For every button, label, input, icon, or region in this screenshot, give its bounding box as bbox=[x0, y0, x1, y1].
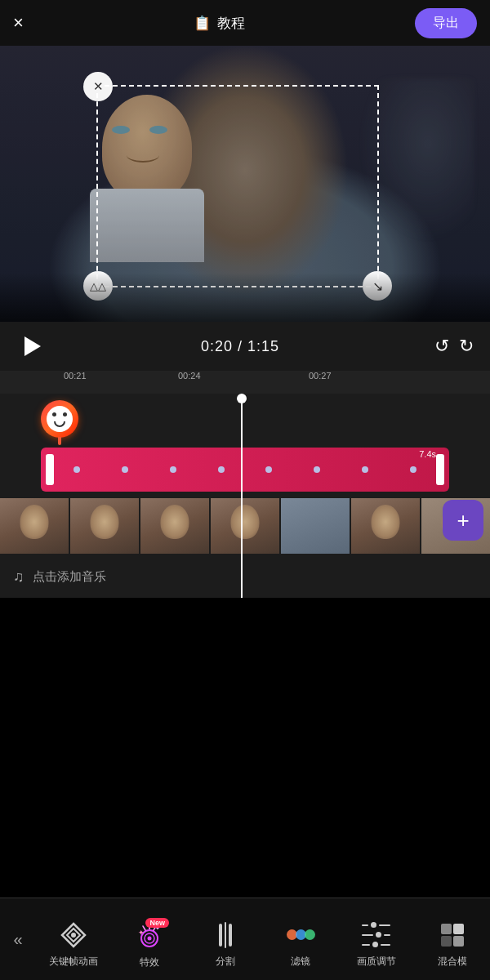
ruler-marks: 00:21 00:24 00:27 bbox=[7, 371, 483, 394]
project-title: 教程 bbox=[217, 14, 245, 33]
thumbnail-2 bbox=[70, 498, 139, 554]
filmstrip bbox=[0, 498, 490, 554]
effects-new-badge: New bbox=[145, 918, 169, 928]
adj-dot bbox=[372, 942, 378, 947]
add-music-bar[interactable]: ♫ 点击添加音乐 bbox=[0, 562, 490, 591]
blend-grid bbox=[441, 924, 464, 947]
keyframe-label: 关键帧动画 bbox=[49, 955, 98, 969]
split-bar-left bbox=[219, 924, 222, 947]
keyframe-icon bbox=[59, 920, 88, 950]
add-icon: + bbox=[457, 510, 469, 531]
adj-line-seg bbox=[362, 924, 368, 926]
split-center-line bbox=[225, 922, 226, 948]
undo-button[interactable]: ↺ bbox=[434, 336, 449, 357]
timer-eye-right bbox=[63, 412, 67, 416]
chevron-left-icon: « bbox=[13, 930, 22, 949]
adjust-line-1 bbox=[362, 922, 390, 928]
adjust-line-2 bbox=[362, 932, 390, 938]
toolbar-item-filter[interactable]: 滤镜 bbox=[276, 911, 325, 969]
film-frame-6[interactable] bbox=[351, 498, 420, 554]
split-bar-right bbox=[229, 924, 232, 947]
clip-dot bbox=[170, 466, 176, 473]
collapse-button[interactable]: « bbox=[0, 898, 36, 980]
play-button[interactable] bbox=[16, 332, 46, 361]
adjust-icon bbox=[362, 920, 391, 950]
toolbar-item-keyframe[interactable]: 关键帧动画 bbox=[49, 911, 98, 969]
filter-label: 滤镜 bbox=[291, 955, 310, 969]
keyframe-marker[interactable] bbox=[41, 400, 82, 441]
close-button[interactable]: × bbox=[13, 14, 24, 32]
toolbar-item-adjust[interactable]: 画质调节 bbox=[352, 911, 401, 969]
playhead-indicator bbox=[237, 394, 247, 403]
clip-dots bbox=[54, 466, 436, 473]
svg-point-2 bbox=[71, 933, 76, 938]
playhead[interactable] bbox=[241, 394, 243, 598]
clip-dot bbox=[362, 466, 368, 473]
thumbnail-1 bbox=[0, 498, 69, 554]
filter-icon bbox=[286, 920, 315, 950]
thumbnail-6 bbox=[351, 498, 420, 554]
adjust-sliders bbox=[360, 920, 392, 949]
play-icon bbox=[24, 336, 41, 356]
svg-point-8 bbox=[147, 936, 151, 940]
clip-dot bbox=[122, 466, 128, 473]
undo-redo-group: ↺ ↻ bbox=[434, 336, 474, 357]
redo-button[interactable]: ↻ bbox=[459, 336, 474, 357]
add-clip-button[interactable]: + bbox=[443, 500, 483, 541]
ruler-mark-27: 00:27 bbox=[309, 371, 332, 381]
effects-label: 特效 bbox=[140, 956, 159, 969]
toolbar-item-effects[interactable]: New ✦ ✦ 特效 bbox=[125, 910, 174, 969]
clip-dot bbox=[265, 466, 272, 473]
toolbar-items: 关键帧动画 New ✦ ✦ 特效 bbox=[36, 898, 490, 980]
clip-duration: 7.4s bbox=[419, 449, 436, 459]
split-label: 分割 bbox=[216, 955, 235, 969]
thumbnail-5 bbox=[281, 498, 350, 554]
bottom-toolbar: « 关键帧动画 New bbox=[0, 898, 490, 980]
adj-line-seg bbox=[379, 924, 390, 926]
timer-face bbox=[47, 406, 73, 432]
total-time: 1:15 bbox=[247, 338, 279, 354]
adj-dot bbox=[376, 932, 381, 938]
effects-icon-container: New ✦ ✦ bbox=[133, 920, 166, 951]
current-time: 0:20 bbox=[201, 338, 233, 354]
clip-handle-left[interactable] bbox=[46, 454, 54, 485]
toolbar-item-split[interactable]: 分割 bbox=[201, 911, 250, 969]
timeline-area[interactable]: 7.4s + ♫ 点击添加音乐 bbox=[0, 394, 490, 598]
adjust-line-3 bbox=[362, 942, 390, 947]
timer-mouth bbox=[54, 421, 65, 427]
svg-text:✦: ✦ bbox=[138, 929, 145, 937]
clip-dot bbox=[218, 466, 225, 473]
clip-handle-right[interactable] bbox=[436, 454, 444, 485]
film-frame-5[interactable] bbox=[281, 498, 350, 554]
adj-line-seg bbox=[362, 934, 373, 936]
film-frame-3[interactable] bbox=[140, 498, 209, 554]
thumbnail-4 bbox=[211, 498, 279, 554]
filter-circle-3 bbox=[305, 929, 315, 940]
video-preview: ✕ △△ ↘ bbox=[0, 46, 490, 322]
toolbar-item-blend[interactable]: 混合模 bbox=[428, 911, 477, 969]
timer-pin bbox=[58, 437, 61, 445]
project-icon: 📋 bbox=[194, 15, 211, 32]
time-display: 0:20 / 1:15 bbox=[201, 338, 279, 355]
filter-circles bbox=[287, 929, 315, 940]
clip-track[interactable]: 7.4s bbox=[41, 448, 449, 492]
ruler-mark-24: 00:24 bbox=[178, 371, 201, 381]
timer-eye-left bbox=[52, 412, 56, 416]
export-button[interactable]: 导出 bbox=[415, 8, 477, 38]
blend-label: 混合模 bbox=[438, 955, 467, 969]
playback-controls: 0:20 / 1:15 ↺ ↻ bbox=[0, 322, 490, 371]
blend-cell-1 bbox=[441, 924, 452, 934]
film-frame-2[interactable] bbox=[70, 498, 139, 554]
add-music-label[interactable]: 点击添加音乐 bbox=[33, 569, 106, 585]
film-frame-1[interactable] bbox=[0, 498, 69, 554]
ruler-mark-21: 00:21 bbox=[64, 371, 87, 381]
top-bar: × 📋 教程 导出 bbox=[0, 0, 490, 46]
film-frame-4[interactable] bbox=[211, 498, 279, 554]
video-bottom-gradient bbox=[0, 273, 490, 322]
project-title-area: 📋 教程 bbox=[194, 14, 245, 33]
timeline-ruler[interactable]: 00:21 00:24 00:27 bbox=[0, 371, 490, 394]
music-note-icon: ♫ bbox=[13, 568, 24, 586]
adj-line-seg bbox=[384, 934, 390, 936]
timer-circle bbox=[41, 400, 78, 438]
clip-dot bbox=[314, 466, 320, 473]
